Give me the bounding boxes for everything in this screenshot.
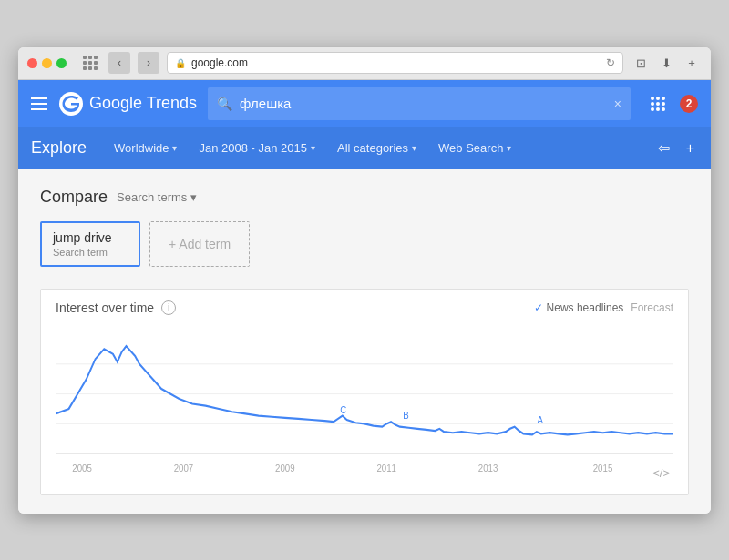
explore-bar-right: ⇦ + (654, 136, 698, 160)
svg-text:A: A (538, 414, 544, 425)
add-term-button[interactable]: + Add term (149, 221, 250, 267)
search-query[interactable]: флешка (240, 96, 607, 111)
news-headlines-toggle[interactable]: ✓ News headlines (534, 301, 624, 314)
compare-label: Compare (40, 188, 108, 207)
interest-section: Interest over time i ✓ News headlines Fo… (40, 289, 689, 495)
chart-area: C B A 2005 2007 2009 2011 2013 2015 </> (56, 324, 673, 484)
minimize-button[interactable] (42, 58, 52, 68)
term-chip[interactable]: jump drive Search term (40, 221, 140, 267)
apps-grid-icon[interactable] (83, 56, 98, 70)
svg-text:2015: 2015 (593, 463, 613, 473)
explore-bar: Explore Worldwide ▾ Jan 2008 - Jan 2015 … (18, 127, 711, 169)
trends-bar: Google Trends 🔍 флешка × 2 (18, 80, 711, 127)
notification-badge[interactable]: 2 (680, 95, 698, 113)
back-button[interactable]: ‹ (108, 52, 130, 74)
filter-date[interactable]: Jan 2008 - Jan 2015 ▾ (190, 137, 324, 158)
browser-window: ‹ › 🔒 google.com ↻ ⊡ ⬇ + Google Trends 🔍… (18, 47, 711, 514)
category-dropdown-arrow: ▾ (412, 143, 416, 153)
checkmark-icon: ✓ (534, 301, 543, 314)
search-terms-button[interactable]: Search terms ▾ (117, 190, 197, 204)
maximize-button[interactable] (56, 58, 67, 68)
logo-text: Google Trends (89, 94, 197, 113)
svg-text:B: B (403, 410, 409, 421)
sidebar-toggle-icon[interactable]: ⊡ (631, 53, 651, 73)
filter-category[interactable]: All categories ▾ (328, 137, 426, 158)
svg-text:2013: 2013 (478, 463, 498, 473)
region-dropdown-arrow: ▾ (172, 143, 177, 153)
reload-icon[interactable]: ↻ (606, 56, 615, 69)
svg-text:C: C (340, 404, 347, 415)
address-text: google.com (191, 56, 601, 69)
search-icon: 🔍 (217, 97, 232, 111)
apps-menu-icon[interactable] (651, 97, 669, 111)
explore-title: Explore (31, 138, 87, 158)
main-content: Compare Search terms ▾ jump drive Search… (18, 169, 711, 514)
embed-icon[interactable]: </> (652, 466, 670, 480)
title-bar: ‹ › 🔒 google.com ↻ ⊡ ⬇ + (18, 47, 711, 80)
interest-controls: ✓ News headlines Forecast (534, 301, 673, 314)
filter-region[interactable]: Worldwide ▾ (105, 137, 186, 158)
google-trends-logo: Google Trends (58, 91, 197, 117)
interest-chart: C B A 2005 2007 2009 2011 2013 2015 (56, 324, 673, 484)
svg-text:2009: 2009 (275, 463, 295, 473)
search-terms-dropdown-arrow: ▾ (190, 190, 197, 204)
interest-header: Interest over time i ✓ News headlines Fo… (56, 300, 673, 315)
compare-section: Compare Search terms ▾ (40, 188, 689, 207)
google-logo-icon (58, 91, 84, 117)
terms-list: jump drive Search term + Add term (40, 221, 689, 267)
interest-title: Interest over time (56, 300, 154, 315)
term-type: Search term (53, 247, 128, 258)
svg-text:2007: 2007 (174, 463, 194, 473)
forward-button[interactable]: › (138, 52, 159, 74)
address-bar[interactable]: 🔒 google.com ↻ (167, 52, 623, 74)
title-bar-right: ⊡ ⬇ + (631, 53, 702, 73)
info-icon[interactable]: i (161, 300, 176, 315)
share-icon[interactable]: ⇦ (654, 136, 673, 160)
search-box[interactable]: 🔍 флешка × (208, 87, 631, 120)
type-dropdown-arrow: ▾ (507, 143, 511, 153)
hamburger-menu[interactable] (31, 97, 47, 110)
date-dropdown-arrow: ▾ (311, 143, 315, 153)
lock-icon: 🔒 (175, 58, 186, 68)
clear-search-icon[interactable]: × (614, 97, 621, 111)
svg-text:2005: 2005 (72, 463, 92, 473)
filter-type[interactable]: Web Search ▾ (429, 137, 520, 158)
traffic-lights (27, 58, 67, 68)
download-icon[interactable]: ⬇ (656, 53, 676, 73)
term-name: jump drive (53, 230, 128, 245)
close-button[interactable] (27, 58, 37, 68)
add-icon[interactable]: + (683, 137, 698, 160)
svg-text:2011: 2011 (376, 463, 396, 473)
forecast-label: Forecast (631, 301, 673, 314)
news-headlines-label: News headlines (547, 301, 624, 314)
new-tab-icon[interactable]: + (682, 53, 702, 73)
